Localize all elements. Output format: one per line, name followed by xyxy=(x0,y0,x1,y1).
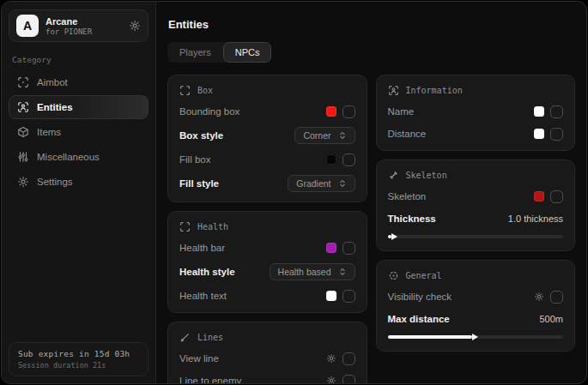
dashed-circle-icon xyxy=(388,270,399,281)
information-card-header: Information xyxy=(388,85,564,96)
card-title: Lines xyxy=(197,333,223,342)
config-gear-icon[interactable] xyxy=(534,292,544,302)
sidebar-item-aimbot[interactable]: Aimbot xyxy=(9,70,149,94)
main-panel: Entities Players NPCs Box xyxy=(156,2,586,383)
fill-style-dropdown[interactable]: Gradient xyxy=(288,175,355,192)
color-swatch[interactable] xyxy=(326,243,336,253)
bone-icon xyxy=(388,170,399,181)
checkbox[interactable] xyxy=(550,105,563,118)
sidebar-item-label: Settings xyxy=(37,177,73,187)
skeleton-card-header: Skeleton xyxy=(388,170,564,181)
color-swatch[interactable] xyxy=(534,106,544,117)
skeleton-card: Skeleton Skeleton Thickness 1.0 thicknes… xyxy=(376,159,576,251)
setting-row: Max distance 500m xyxy=(388,312,564,326)
health-style-dropdown[interactable]: Health based xyxy=(270,263,355,280)
max-distance-value: 500m xyxy=(539,314,563,324)
setting-row: Fill style Gradient xyxy=(179,175,355,192)
setting-label: Fill box xyxy=(179,154,210,165)
session-duration-text: Session duration 21s xyxy=(18,361,139,370)
slider-fill xyxy=(388,235,391,238)
card-title: Box xyxy=(197,86,213,95)
config-gear-icon[interactable] xyxy=(326,353,336,364)
box-card-header: Box xyxy=(179,85,355,96)
brand-logo: A xyxy=(16,15,39,37)
settings-gear-icon xyxy=(17,176,29,188)
sidebar-item-items[interactable]: Items xyxy=(9,120,149,144)
setting-row: Line to enemy xyxy=(179,374,355,383)
left-column: Box Bounding box Box style Corner xyxy=(167,75,367,383)
dropdown-value: Corner xyxy=(303,130,330,141)
tab-players[interactable]: Players xyxy=(167,42,223,63)
pencil-line-icon xyxy=(179,332,191,343)
lines-card: Lines View line xyxy=(167,322,367,383)
sliders-icon xyxy=(17,151,29,163)
chevron-up-down-icon xyxy=(338,179,347,188)
chevron-up-down-icon xyxy=(338,268,347,276)
sidebar-item-label: Miscellaneous xyxy=(37,152,100,162)
brand-card: A Arcane for PIONER xyxy=(9,9,149,42)
setting-label: Fill style xyxy=(179,178,219,189)
checkbox[interactable] xyxy=(342,352,355,365)
setting-row: Skeleton xyxy=(388,189,564,203)
slider-fill xyxy=(388,335,472,339)
general-card: General Visibility check xyxy=(376,260,576,352)
setting-row: Fill box xyxy=(179,153,355,166)
checkbox[interactable] xyxy=(342,375,355,384)
checkbox[interactable] xyxy=(342,242,355,255)
setting-label: View line xyxy=(179,353,219,364)
setting-row: Thickness 1.0 thickness xyxy=(388,212,564,226)
card-title: Information xyxy=(406,86,463,95)
setting-row: Health style Health based xyxy=(179,263,355,280)
category-label: Category xyxy=(12,55,145,64)
checkbox[interactable] xyxy=(342,290,355,303)
setting-label: Distance xyxy=(388,129,427,139)
color-swatch[interactable] xyxy=(326,106,336,117)
right-column: Information Name Distance xyxy=(376,75,576,352)
setting-label: Health text xyxy=(179,291,227,301)
card-title: Skeleton xyxy=(406,171,447,180)
person-scan-icon xyxy=(388,85,399,96)
sidebar-item-label: Items xyxy=(37,127,61,137)
thickness-value: 1.0 thickness xyxy=(508,214,563,224)
health-card: Health Health bar Health style Health ba… xyxy=(167,211,367,313)
color-swatch[interactable] xyxy=(326,154,336,165)
items-icon xyxy=(17,126,29,138)
chevron-up-down-icon xyxy=(338,131,347,140)
setting-row: Box style Corner xyxy=(179,127,355,144)
box-style-dropdown[interactable]: Corner xyxy=(294,127,355,144)
checkbox[interactable] xyxy=(550,128,563,141)
sidebar-item-entities[interactable]: Entities xyxy=(9,95,149,119)
card-title: General xyxy=(406,271,442,280)
brand-subtitle: for PIONER xyxy=(45,27,92,36)
gear-icon[interactable] xyxy=(129,20,141,32)
config-gear-icon[interactable] xyxy=(326,376,336,383)
aimbot-icon xyxy=(17,76,29,88)
checkbox[interactable] xyxy=(550,291,563,304)
setting-row: Name xyxy=(388,105,564,118)
subscription-card: Sub expires in 15d 03h Session duration … xyxy=(9,342,149,376)
sidebar-item-label: Entities xyxy=(37,102,73,112)
thickness-slider[interactable] xyxy=(388,235,564,238)
setting-label: Thickness xyxy=(388,214,436,224)
setting-label: Health style xyxy=(179,267,235,277)
checkbox[interactable] xyxy=(342,153,355,166)
box-card: Box Bounding box Box style Corner xyxy=(167,75,367,202)
card-title: Health xyxy=(197,222,228,232)
setting-row: Visibility check xyxy=(388,290,564,304)
setting-row: Bounding box xyxy=(179,105,355,118)
sidebar-item-label: Aimbot xyxy=(37,77,68,87)
tab-bar: Players NPCs xyxy=(167,42,271,63)
sidebar-item-miscellaneous[interactable]: Miscellaneous xyxy=(9,145,149,169)
setting-row: Distance xyxy=(388,127,564,141)
information-card: Information Name Distance xyxy=(376,75,576,151)
max-distance-slider[interactable] xyxy=(388,335,564,339)
checkbox[interactable] xyxy=(342,105,355,118)
setting-label: Skeleton xyxy=(388,191,427,202)
color-swatch[interactable] xyxy=(534,191,544,202)
setting-label: Max distance xyxy=(388,314,450,324)
checkbox[interactable] xyxy=(550,190,563,203)
color-swatch[interactable] xyxy=(534,129,544,139)
color-swatch[interactable] xyxy=(326,291,336,301)
sidebar-item-settings[interactable]: Settings xyxy=(9,170,149,194)
tab-npcs[interactable]: NPCs xyxy=(223,42,272,63)
